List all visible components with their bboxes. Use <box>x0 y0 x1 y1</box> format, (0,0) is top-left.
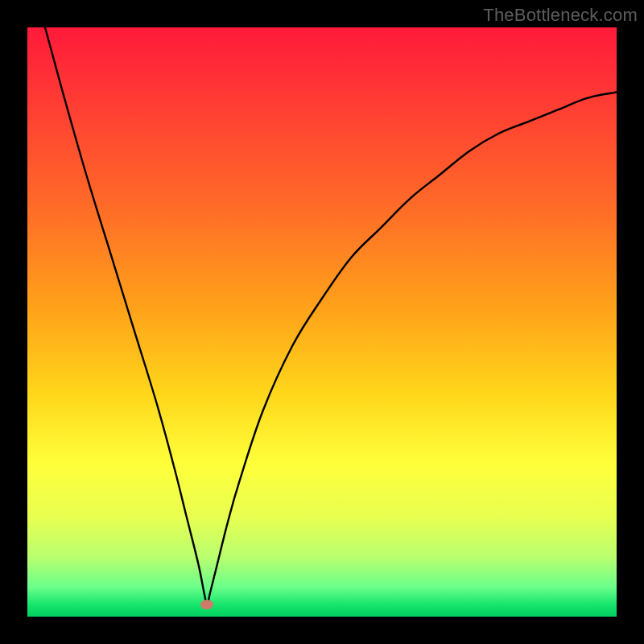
curve-svg <box>27 27 617 617</box>
watermark-text: TheBottleneck.com <box>483 5 638 26</box>
plot-area <box>27 27 617 617</box>
minimum-marker <box>200 600 213 609</box>
curve-line <box>45 27 617 605</box>
chart-frame: TheBottleneck.com <box>0 0 644 644</box>
